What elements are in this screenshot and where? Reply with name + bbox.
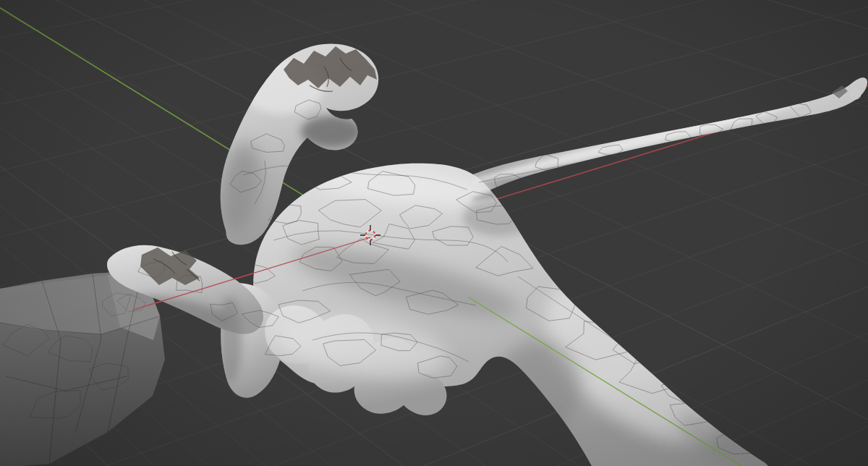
viewport-canvas	[0, 0, 868, 466]
viewport-3d[interactable]	[0, 0, 868, 466]
